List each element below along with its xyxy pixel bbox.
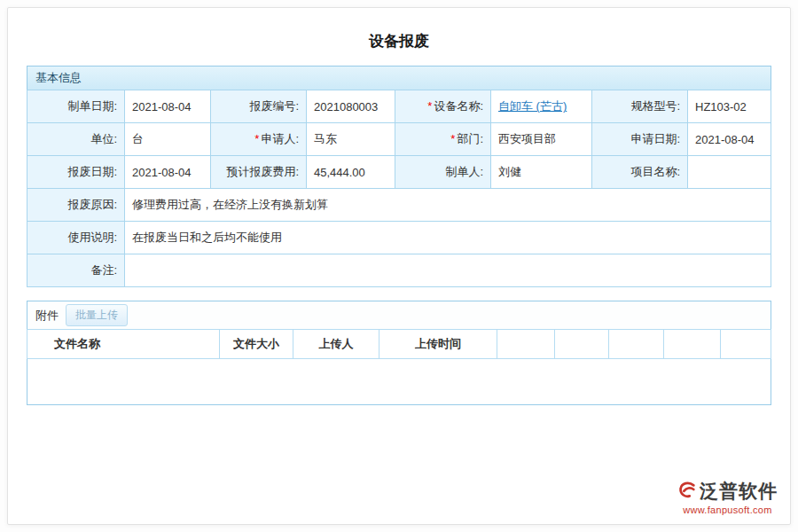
field-value-usage-note: 在报废当日和之后均不能使用 [125,222,771,254]
batch-upload-button[interactable]: 批量上传 [66,304,128,326]
field-value-scrap-reason: 修理费用过高，在经济上没有换新划算 [125,189,771,222]
attachments-section-header: 附件 批量上传 [27,301,771,329]
required-asterisk: * [427,99,432,113]
empty-column-header [609,330,664,359]
field-label-applicant: *申请人: [211,123,307,156]
empty-column-header [721,330,771,359]
field-label-department: *部门: [395,123,491,156]
field-value-department: 西安项目部 [491,123,592,156]
uploader-column-header: 上传人 [293,330,379,359]
file-name-column-header: 文件名称 [27,330,220,359]
empty-column-header [555,330,609,359]
field-value-applicant: 马东 [307,123,395,156]
field-value-create-date: 2021-08-04 [125,90,211,123]
table-row: 报废原因: 修理费用过高，在经济上没有换新划算 [27,189,771,222]
vendor-footer: 泛普软件 www.fanpusoft.com [677,479,778,515]
table-row: 制单日期: 2021-08-04 报废编号: 2021080003 *设备名称:… [27,90,771,123]
field-label-unit: 单位: [27,123,125,156]
field-value-apply-date: 2021-08-04 [688,123,771,156]
field-value-device-name: 自卸车 (芒古) [491,90,592,123]
vendor-brand-name: 泛普软件 [700,479,778,504]
field-label-usage-note: 使用说明: [27,222,125,254]
field-value-scrap-date: 2021-08-04 [125,156,211,189]
field-value-scrap-number: 2021080003 [307,90,395,123]
basic-info-section-header: 基本信息 [27,66,771,90]
basic-info-table: 制单日期: 2021-08-04 报废编号: 2021080003 *设备名称:… [27,90,771,287]
field-label-spec-model: 规格型号: [592,90,688,123]
file-size-column-header: 文件大小 [220,330,293,359]
field-value-spec-model: HZ103-02 [688,90,771,123]
empty-column-header [664,330,721,359]
vendor-brand-row: 泛普软件 [677,479,778,504]
field-label-create-date: 制单日期: [27,90,125,123]
required-asterisk: * [450,132,455,145]
page-title: 设备报废 [8,8,790,66]
field-value-creator: 刘健 [491,156,592,189]
field-label-apply-date: 申请日期: [592,123,688,156]
attachments-section: 附件 批量上传 文件名称 文件大小 上传人 上传时间 [27,301,771,405]
field-label-project-name: 项目名称: [592,156,688,189]
fanpu-logo-icon [677,480,697,503]
field-label-device-name: *设备名称: [395,90,491,123]
attachments-title: 附件 [35,308,59,324]
table-row: 单位: 台 *申请人: 马东 *部门: 西安项目部 申请日期: 2021-08-… [27,123,771,156]
table-row: 使用说明: 在报废当日和之后均不能使用 [27,222,771,254]
field-label-creator: 制单人: [395,156,491,189]
equipment-scrap-form-card: 设备报废 基本信息 制单日期: 2021-08-04 报废编号: 2021080… [7,7,791,525]
field-label-estimated-cost: 预计报废费用: [211,156,307,189]
attachments-empty-row [27,359,771,405]
table-row: 报废日期: 2021-08-04 预计报废费用: 45,444.00 制单人: … [27,156,771,189]
field-label-remark: 备注: [27,254,125,287]
attachments-empty-area [27,359,771,405]
field-label-scrap-number: 报废编号: [211,90,307,123]
vendor-url: www.fanpusoft.com [677,505,778,515]
basic-info-section: 基本信息 制单日期: 2021-08-04 报废编号: 2021080003 *… [27,66,771,287]
field-label-scrap-date: 报废日期: [27,156,125,189]
required-asterisk: * [254,132,259,145]
upload-time-column-header: 上传时间 [379,330,497,359]
device-name-link[interactable]: 自卸车 (芒古) [498,99,567,113]
attachments-header-row: 文件名称 文件大小 上传人 上传时间 [27,330,771,359]
table-row: 备注: [27,254,771,287]
empty-column-header [497,330,555,359]
field-value-unit: 台 [125,123,211,156]
field-label-scrap-reason: 报废原因: [27,189,125,222]
field-value-remark [125,254,771,287]
field-value-project-name [688,156,771,189]
attachments-table: 文件名称 文件大小 上传人 上传时间 [27,329,771,405]
field-value-estimated-cost: 45,444.00 [307,156,395,189]
